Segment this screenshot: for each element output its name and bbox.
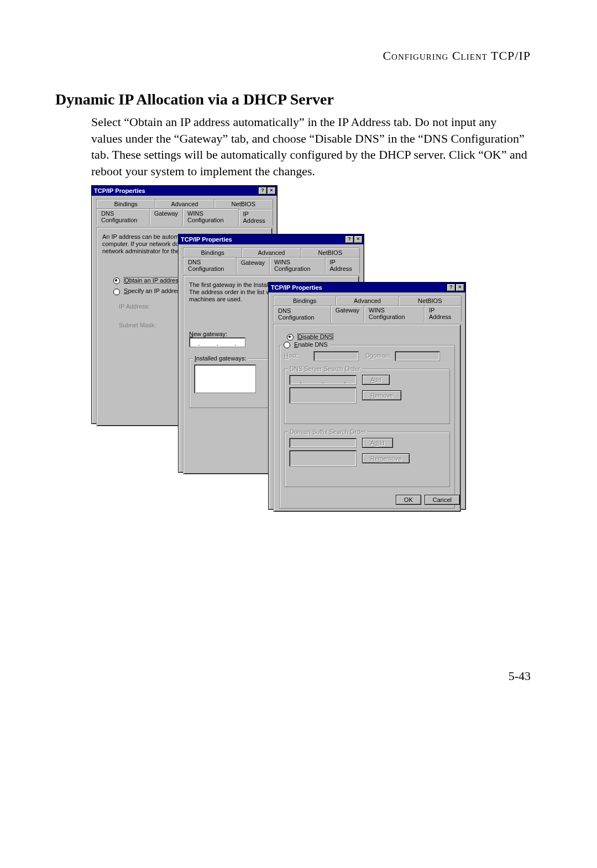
new-gateway-input[interactable]: ... — [189, 337, 245, 347]
radio-dot-icon — [113, 278, 120, 284]
radio-disable-dns[interactable]: Disable DNS — [287, 333, 455, 341]
tab-netbios[interactable]: NetBIOS — [301, 248, 360, 257]
host-label: Host: — [284, 352, 312, 359]
close-icon[interactable]: × — [455, 284, 464, 291]
domain-input[interactable] — [395, 351, 440, 361]
remove-button[interactable]: Remove — [362, 390, 401, 400]
remove-button[interactable]: Rememove — [362, 453, 410, 463]
domain-suffix-input[interactable] — [289, 438, 357, 448]
tab-gateway[interactable]: Gateway — [331, 305, 364, 322]
page-header: Configuring Client TCP/IP — [55, 49, 531, 63]
tab-advanced[interactable]: Advanced — [155, 199, 214, 208]
help-icon[interactable]: ? — [345, 236, 354, 243]
add-button[interactable]: Addd — [362, 438, 393, 448]
dialog-tcpip-dns: TCP/IP Properties ? × Bindings Advanced … — [268, 282, 466, 510]
titlebar[interactable]: TCP/IP Properties ? × — [179, 234, 364, 244]
tab-wins-config[interactable]: WINS Configuration — [364, 305, 425, 322]
title-text: TCP/IP Properties — [271, 284, 322, 291]
dns-search-order-label: DNS Server Search Order — [288, 365, 362, 372]
ok-button[interactable]: OK — [396, 495, 421, 505]
titlebar[interactable]: TCP/IP Properties ? × — [269, 283, 465, 292]
tab-ip-address[interactable]: IP Address — [424, 305, 462, 322]
tab-bindings[interactable]: Bindings — [273, 296, 336, 305]
tab-wins-config[interactable]: WINS Configuration — [269, 257, 325, 273]
section-body: Select “Obtain an IP address automatical… — [91, 114, 531, 180]
dns-server-input[interactable]: ... — [289, 375, 357, 385]
domain-suffix-label: Domain Suffix Search Order — [288, 428, 367, 435]
help-icon[interactable]: ? — [447, 284, 455, 291]
close-icon[interactable]: × — [354, 236, 363, 243]
help-icon[interactable]: ? — [258, 187, 267, 195]
screenshot-figure: TCP/IP Properties ? × Bindings Advanced … — [91, 185, 531, 511]
tab-dns-config[interactable]: DNS Configuration — [183, 257, 237, 273]
dns-server-list[interactable] — [289, 387, 357, 404]
title-text: TCP/IP Properties — [181, 236, 232, 243]
tab-gateway[interactable]: Gateway — [236, 258, 270, 274]
radio-dot-icon — [113, 289, 120, 295]
close-icon[interactable]: × — [267, 187, 276, 195]
tab-bindings[interactable]: Bindings — [183, 248, 242, 257]
section-title: Dynamic IP Allocation via a DHCP Server — [55, 91, 531, 108]
page-number: 5-43 — [0, 511, 597, 683]
tab-dns-config[interactable]: DNS Configuration — [273, 306, 331, 322]
radio-dot-icon — [287, 334, 294, 341]
tab-bindings[interactable]: Bindings — [96, 199, 155, 208]
add-button[interactable]: Add — [362, 375, 390, 385]
tab-ip-address[interactable]: IP Address — [325, 257, 360, 273]
tab-netbios[interactable]: NetBIOS — [214, 199, 273, 208]
tab-dns-config[interactable]: DNS Configuration — [96, 208, 150, 225]
domain-label: Doomain: — [365, 352, 393, 359]
tab-netbios[interactable]: NetBIOS — [399, 296, 462, 305]
installed-gateways-label: Installed gateways: — [193, 355, 248, 362]
tab-ip-address[interactable]: IP Address — [238, 209, 273, 226]
tab-wins-config[interactable]: WINS Configuration — [182, 208, 238, 225]
radio-enable-dns[interactable] — [284, 342, 290, 348]
domain-suffix-list[interactable] — [289, 450, 357, 467]
titlebar[interactable]: TCP/IP Properties ? × — [92, 186, 277, 196]
title-text: TCP/IP Properties — [94, 187, 145, 194]
tab-advanced[interactable]: Advanced — [336, 296, 399, 305]
host-input[interactable] — [313, 351, 359, 361]
tab-advanced[interactable]: Advanced — [242, 248, 301, 257]
cancel-button[interactable]: Cancel — [425, 495, 460, 505]
installed-gateways-list[interactable] — [194, 364, 256, 393]
tab-gateway[interactable]: Gateway — [149, 208, 183, 225]
